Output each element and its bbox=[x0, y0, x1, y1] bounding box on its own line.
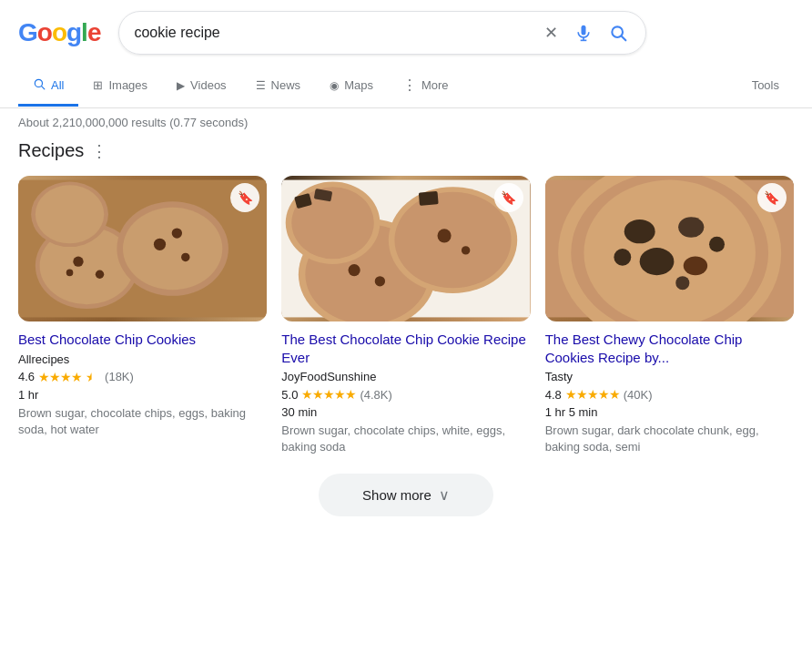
bookmark-icon-1: 🔖 bbox=[238, 190, 253, 205]
svg-point-41 bbox=[678, 217, 704, 238]
all-tab-icon bbox=[33, 77, 46, 93]
microphone-icon bbox=[574, 24, 593, 42]
recipe-time-1: 1 hr bbox=[18, 388, 267, 402]
tab-more-label: More bbox=[421, 78, 449, 92]
images-tab-icon: ⊞ bbox=[93, 78, 103, 92]
rating-number-2: 5.0 bbox=[281, 388, 298, 402]
recipe-image-1: 🔖 bbox=[18, 176, 267, 321]
search-icons: ✕ bbox=[541, 19, 631, 46]
recipe-title-2: The Best Chocolate Chip Cookie Recipe Ev… bbox=[281, 331, 530, 366]
logo-letter-g: G bbox=[18, 18, 37, 47]
header: Google ✕ bbox=[0, 0, 812, 66]
svg-point-33 bbox=[375, 276, 385, 286]
recipe-card-2[interactable]: 🔖 The Best Chocolate Chip Cookie Recipe … bbox=[281, 176, 530, 455]
search-icon bbox=[609, 24, 627, 42]
logo-letter-o2: o bbox=[52, 18, 66, 47]
recipe-source-3: Tasty bbox=[545, 370, 794, 383]
recipe-source-2: JoyFoodSunshine bbox=[281, 370, 530, 383]
videos-tab-icon: ▶ bbox=[177, 79, 185, 92]
svg-point-35 bbox=[462, 246, 470, 254]
recipe-time-2: 30 min bbox=[281, 405, 530, 419]
tab-maps[interactable]: ◉ Maps bbox=[315, 67, 388, 106]
recipe-image-3: 🔖 bbox=[545, 176, 794, 321]
recipe-ingredients-2: Brown sugar, chocolate chips, white, egg… bbox=[281, 423, 530, 455]
rating-number-1: 4.6 bbox=[18, 370, 35, 383]
bookmark-button-3[interactable]: 🔖 bbox=[757, 183, 787, 212]
show-more-container: Show more ∨ bbox=[0, 455, 812, 535]
tab-all-label: All bbox=[51, 78, 64, 92]
svg-point-26 bbox=[395, 192, 512, 289]
recipe-ingredients-1: Brown sugar, chocolate chips, eggs, baki… bbox=[18, 405, 267, 438]
maps-tab-icon: ◉ bbox=[330, 79, 339, 92]
svg-line-5 bbox=[622, 36, 626, 41]
rating-count-1: (18K) bbox=[105, 370, 134, 383]
svg-point-40 bbox=[624, 219, 655, 243]
bookmark-button-2[interactable]: 🔖 bbox=[494, 183, 523, 212]
show-more-button[interactable]: Show more ∨ bbox=[319, 474, 493, 516]
search-input[interactable] bbox=[134, 25, 541, 41]
recipe-rating-1: 4.6 ★★★★★ (18K) bbox=[18, 370, 267, 384]
recipes-title: Recipes bbox=[18, 140, 84, 161]
cookie-image-2 bbox=[281, 176, 530, 321]
cookie-image-3 bbox=[545, 176, 794, 321]
tab-images[interactable]: ⊞ Images bbox=[78, 67, 162, 106]
stars-2: ★★★★★ bbox=[301, 387, 356, 402]
svg-rect-0 bbox=[582, 26, 586, 36]
svg-point-39 bbox=[584, 180, 756, 321]
bookmark-icon-2: 🔖 bbox=[501, 190, 516, 205]
stars-1: ★★★★ bbox=[38, 370, 82, 384]
recipes-section: Recipes ⋮ bbox=[0, 140, 812, 455]
recipe-card-1[interactable]: 🔖 Best Chocolate Chip Cookies Allrecipes… bbox=[18, 176, 267, 455]
search-bar: ✕ bbox=[118, 11, 646, 55]
tab-videos[interactable]: ▶ Videos bbox=[162, 67, 241, 106]
recipe-title-1: Best Chocolate Chip Cookies bbox=[18, 331, 267, 349]
tab-news-label: News bbox=[271, 78, 301, 92]
tab-images-label: Images bbox=[108, 78, 147, 92]
rating-number-3: 4.8 bbox=[545, 388, 562, 402]
clear-icon: ✕ bbox=[544, 23, 558, 43]
recipe-ingredients-3: Brown sugar, dark chocolate chunk, egg, … bbox=[545, 423, 794, 455]
recipe-source-1: Allrecipes bbox=[18, 352, 267, 366]
logo-letter-o1: o bbox=[37, 18, 52, 47]
recipe-title-3: The Best Chewy Chocolate Chip Cookies Re… bbox=[545, 331, 794, 366]
recipe-rating-3: 4.8 ★★★★★ (40K) bbox=[545, 387, 794, 402]
tab-maps-label: Maps bbox=[344, 78, 373, 92]
rating-count-3: (40K) bbox=[624, 388, 653, 402]
results-info: About 2,210,000,000 results (0.77 second… bbox=[0, 108, 812, 140]
recipe-card-3[interactable]: 🔖 The Best Chewy Chocolate Chip Cookies … bbox=[545, 176, 794, 455]
tools-button[interactable]: Tools bbox=[737, 67, 794, 106]
show-more-label: Show more bbox=[362, 487, 431, 503]
recipes-menu-icon[interactable]: ⋮ bbox=[91, 141, 107, 161]
nav-tabs: All ⊞ Images ▶ Videos ☰ News ◉ Maps ⋮ Mo… bbox=[0, 66, 812, 108]
svg-point-42 bbox=[639, 248, 674, 275]
voice-search-button[interactable] bbox=[571, 20, 596, 46]
half-star-1: ★ bbox=[86, 370, 97, 384]
svg-point-44 bbox=[614, 249, 631, 266]
svg-point-34 bbox=[438, 229, 452, 242]
clear-button[interactable]: ✕ bbox=[541, 19, 562, 46]
bookmark-icon-3: 🔖 bbox=[764, 190, 779, 205]
cookie-image-1 bbox=[18, 176, 267, 321]
logo-letter-l: l bbox=[81, 18, 87, 47]
rating-count-2: (4.8K) bbox=[360, 388, 391, 402]
recipe-cards: 🔖 Best Chocolate Chip Cookies Allrecipes… bbox=[18, 176, 794, 455]
svg-rect-31 bbox=[419, 191, 439, 206]
tab-all[interactable]: All bbox=[18, 66, 78, 107]
svg-point-45 bbox=[675, 276, 689, 290]
svg-point-32 bbox=[349, 264, 360, 276]
logo-letter-e: e bbox=[87, 18, 101, 47]
google-logo[interactable]: Google bbox=[18, 18, 100, 47]
recipe-time-3: 1 hr 5 min bbox=[545, 405, 794, 419]
tab-videos-label: Videos bbox=[190, 78, 227, 92]
news-tab-icon: ☰ bbox=[256, 79, 266, 92]
more-tab-icon: ⋮ bbox=[402, 77, 416, 94]
tab-news[interactable]: ☰ News bbox=[241, 67, 316, 106]
svg-line-7 bbox=[42, 87, 45, 89]
chevron-down-icon: ∨ bbox=[439, 486, 450, 504]
svg-point-46 bbox=[709, 237, 725, 252]
recipes-header: Recipes ⋮ bbox=[18, 140, 794, 161]
svg-point-43 bbox=[683, 256, 706, 275]
tab-more[interactable]: ⋮ More bbox=[388, 66, 463, 107]
stars-3: ★★★★★ bbox=[565, 387, 620, 402]
search-button[interactable] bbox=[605, 20, 631, 46]
